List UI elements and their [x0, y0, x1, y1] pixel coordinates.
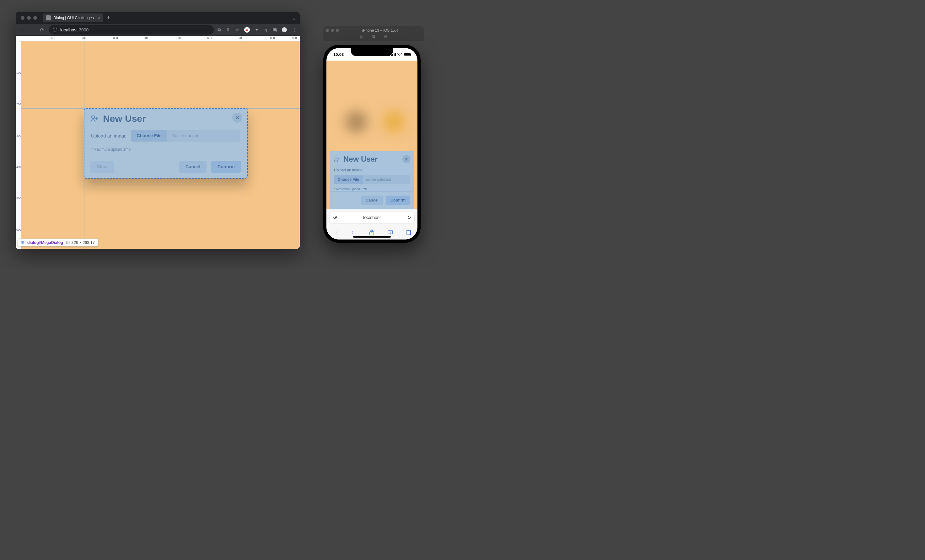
safari-url-bar: AA localhost ↻	[327, 209, 417, 226]
back-button[interactable]: ←	[19, 27, 25, 33]
clear-button[interactable]: Clear	[90, 161, 114, 173]
status-time: 10:03	[333, 52, 344, 57]
share-icon[interactable]: ⇧	[226, 27, 230, 33]
dialog-header: New User ✕	[84, 108, 247, 128]
open-external-icon[interactable]: ⧉	[217, 27, 221, 33]
page-canvas: New User ✕ Upload an image Choose File N…	[21, 41, 300, 249]
address-bar[interactable]: i localhost:3000	[49, 25, 214, 35]
upload-label: Upload an image	[91, 133, 127, 138]
safari-forward-icon[interactable]: 〉	[351, 229, 357, 236]
svg-point-0	[92, 116, 95, 119]
chrome-browser-window: Dialog | GUI Challenges × + ⌄ ← → ⟳ i lo…	[16, 12, 300, 249]
battery-icon	[404, 53, 411, 56]
sim-traffic-min[interactable]	[331, 29, 334, 32]
horizontal-ruler: 100 200 300 400 500 600 700 800 900	[21, 36, 300, 41]
safari-share-icon[interactable]	[369, 229, 374, 236]
file-input[interactable]: Choose File No file chosen	[131, 129, 240, 142]
sim-home-icon[interactable]: ⌂	[360, 34, 363, 39]
mega-dialog: New User ✕ Upload an image Choose File N…	[84, 108, 247, 178]
bookmark-star-icon[interactable]: ☆	[235, 27, 239, 33]
cancel-button[interactable]: Cancel	[179, 161, 207, 173]
reload-button[interactable]: ⟳	[39, 27, 45, 33]
dialog-body: Upload an image Choose File No file chos…	[84, 128, 247, 156]
browser-viewport: 100 200 300 400 500 600 700 800 900 100 …	[16, 36, 300, 249]
traffic-max[interactable]	[33, 16, 37, 20]
ios-simulator: iPhone 13 – iOS 15.4 ⌂ ⧉ ⎘ 10:03	[323, 26, 424, 242]
url-host: localhost	[60, 27, 78, 32]
compass-extension-icon[interactable]	[244, 27, 250, 33]
traffic-min[interactable]	[27, 16, 31, 20]
safari-reload-icon[interactable]: ↻	[407, 215, 411, 220]
dialog-footer: Clear Cancel Confirm	[84, 156, 247, 178]
cancel-button[interactable]: Cancel	[361, 196, 383, 205]
kebab-menu-icon[interactable]: ⋮	[292, 27, 297, 33]
element-dimensions: 520.29 × 263.17	[66, 241, 95, 245]
phone-screen: 10:03	[327, 48, 417, 239]
ruler-corner	[16, 36, 21, 41]
simulator-titlebar: iPhone 13 – iOS 15.4 ⌂ ⧉ ⎘	[323, 26, 424, 41]
safari-url-host: localhost	[363, 215, 380, 220]
confirm-button[interactable]: Confirm	[211, 161, 241, 173]
browser-tab[interactable]: Dialog | GUI Challenges ×	[43, 14, 103, 22]
upload-hint: * Maximum upload 1mb	[334, 187, 410, 191]
dialog-close-button[interactable]: ✕	[232, 113, 242, 123]
media-icon[interactable]: ♫	[264, 27, 267, 33]
forward-button[interactable]: →	[29, 27, 35, 33]
safari-viewport: New User ✕ Upload an image Choose File n…	[327, 60, 417, 209]
traffic-lights[interactable]	[21, 16, 37, 20]
favicon-icon	[46, 15, 51, 20]
choose-file-button[interactable]: Choose File	[334, 175, 363, 184]
grid-icon: ⊞	[21, 240, 24, 245]
reader-aa-icon[interactable]: AA	[333, 215, 337, 220]
background-blob	[383, 111, 405, 133]
choose-file-button[interactable]: Choose File	[131, 129, 167, 142]
browser-tabbar: Dialog | GUI Challenges × + ⌄	[16, 12, 300, 24]
simulator-title: iPhone 13 – iOS 15.4	[339, 28, 421, 33]
url-port: :3000	[78, 27, 89, 32]
dialog-close-button[interactable]: ✕	[402, 155, 411, 163]
vertical-ruler: 100 200 300 400 500 600	[16, 41, 21, 249]
tab-close-icon[interactable]: ×	[98, 15, 101, 20]
svg-point-3	[335, 157, 337, 159]
sim-traffic-lights[interactable]	[326, 29, 339, 32]
phone-frame: 10:03	[323, 45, 420, 242]
browser-toolbar: ← → ⟳ i localhost:3000 ⧉ ⇧ ☆ ✦ ♫ ▣ ⋮	[16, 24, 300, 36]
traffic-close[interactable]	[21, 16, 24, 20]
tab-title: Dialog | GUI Challenges	[53, 16, 94, 20]
sim-traffic-close[interactable]	[326, 29, 329, 32]
dialog-title: New User	[103, 113, 146, 124]
file-input[interactable]: Choose File no file selected	[334, 175, 410, 184]
devices-icon[interactable]: ▣	[273, 27, 277, 33]
sim-screenshot-icon[interactable]: ⧉	[372, 34, 375, 39]
safari-bookmarks-icon[interactable]	[387, 230, 393, 235]
upload-label: Upload an image	[334, 168, 410, 172]
tab-overflow-icon[interactable]: ⌄	[292, 15, 296, 21]
sim-traffic-max[interactable]	[336, 29, 339, 32]
user-plus-icon	[90, 114, 99, 123]
confirm-button[interactable]: Confirm	[386, 196, 410, 205]
background-blob	[345, 111, 367, 133]
user-plus-icon	[333, 156, 340, 163]
extensions-icon[interactable]: ✦	[255, 27, 259, 33]
devtools-element-chip: ⊞ dialog#MegaDialog 520.29 × 263.17	[18, 239, 98, 247]
safari-address-field[interactable]: AA localhost ↻	[330, 212, 414, 223]
element-selector: dialog#MegaDialog	[27, 241, 63, 245]
mega-dialog-mobile: New User ✕ Upload an image Choose File n…	[330, 151, 414, 209]
no-file-label: No file chosen	[167, 129, 204, 142]
phone-notch	[351, 48, 393, 56]
site-info-icon[interactable]: i	[53, 28, 57, 32]
no-file-label: no file selected	[363, 175, 394, 184]
wifi-icon	[398, 53, 402, 56]
new-tab-button[interactable]: +	[107, 15, 110, 21]
profile-avatar-icon[interactable]	[282, 27, 287, 32]
toolbar-actions: ⧉ ⇧ ☆ ✦ ♫ ▣ ⋮	[217, 27, 297, 33]
home-indicator[interactable]	[353, 236, 391, 238]
safari-back-icon[interactable]: 〈	[333, 229, 338, 236]
dialog-title: New User	[343, 155, 378, 164]
upload-hint: * Maximum upload 1mb	[91, 147, 240, 152]
svg-rect-7	[407, 231, 411, 235]
sim-rotate-icon[interactable]: ⎘	[384, 34, 387, 39]
safari-tabs-icon[interactable]	[405, 230, 411, 235]
